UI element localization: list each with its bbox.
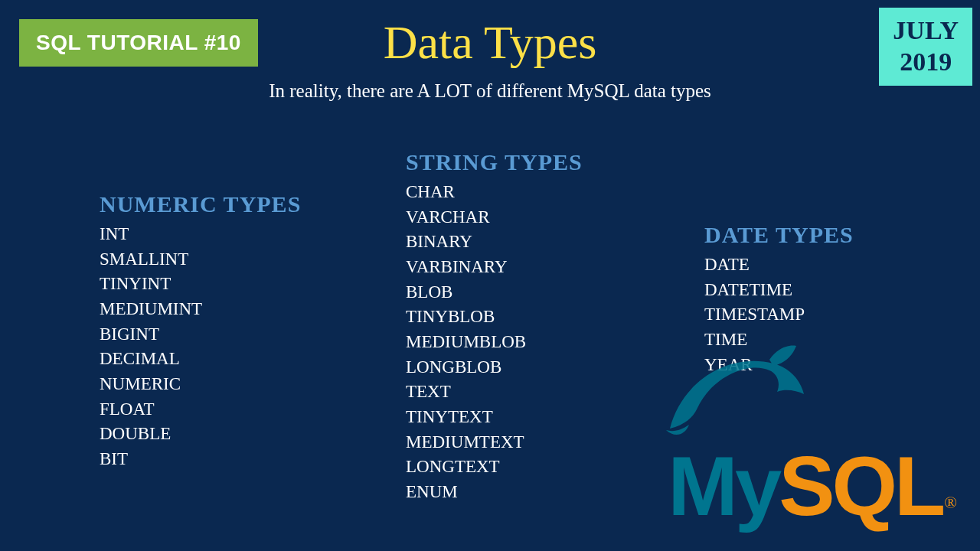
list-item: VARCHAR xyxy=(406,205,583,230)
list-item: TINYINT xyxy=(100,272,301,297)
mysql-logo-my: My xyxy=(668,444,779,528)
list-item: BIT xyxy=(100,447,301,472)
list-item: CHAR xyxy=(406,180,583,205)
list-item: BLOB xyxy=(406,280,583,305)
list-item: BIGINT xyxy=(100,322,301,347)
list-item: DECIMAL xyxy=(100,347,301,372)
list-item: BINARY xyxy=(406,230,583,255)
list-item: DATETIME xyxy=(704,278,854,303)
date-year: 2019 xyxy=(893,47,959,78)
list-item: SMALLINT xyxy=(100,247,301,272)
list-item: MEDIUMTEXT xyxy=(406,430,583,455)
list-item: TINYTEXT xyxy=(406,405,583,430)
page-title: Data Types xyxy=(384,15,597,70)
list-item: MEDIUMINT xyxy=(100,297,301,322)
date-types-heading: DATE TYPES xyxy=(704,222,854,248)
date-month: JULY xyxy=(893,15,959,47)
list-item: LONGTEXT xyxy=(406,455,583,480)
list-item: TINYBLOB xyxy=(406,305,583,330)
numeric-types-heading: NUMERIC TYPES xyxy=(100,191,301,217)
page-subtitle: In reality, there are A LOT of different… xyxy=(269,80,711,102)
list-item: DOUBLE xyxy=(100,422,301,447)
list-item: FLOAT xyxy=(100,397,301,422)
list-item: NUMERIC xyxy=(100,372,301,397)
string-types-heading: STRING TYPES xyxy=(406,149,583,175)
registered-icon: ® xyxy=(944,493,957,513)
mysql-logo-sql: SQL xyxy=(779,444,942,528)
list-item: TEXT xyxy=(406,380,583,405)
list-item: ENUM xyxy=(406,480,583,505)
dolphin-icon xyxy=(658,337,812,444)
numeric-types-list: INTSMALLINTTINYINTMEDIUMINTBIGINTDECIMAL… xyxy=(100,222,301,472)
list-item: MEDIUMBLOB xyxy=(406,330,583,355)
string-types-column: STRING TYPES CHARVARCHARBINARYVARBINARYB… xyxy=(406,149,583,505)
mysql-logo: My SQL ® xyxy=(668,444,957,528)
string-types-list: CHARVARCHARBINARYVARBINARYBLOBTINYBLOBME… xyxy=(406,180,583,505)
numeric-types-column: NUMERIC TYPES INTSMALLINTTINYINTMEDIUMIN… xyxy=(100,191,301,472)
list-item: TIMESTAMP xyxy=(704,302,854,328)
list-item: LONGBLOB xyxy=(406,355,583,380)
list-item: INT xyxy=(100,222,301,247)
tutorial-badge: SQL TUTORIAL #10 xyxy=(19,19,258,67)
list-item: DATE xyxy=(704,253,854,278)
list-item: VARBINARY xyxy=(406,255,583,280)
date-badge: JULY 2019 xyxy=(879,8,972,86)
